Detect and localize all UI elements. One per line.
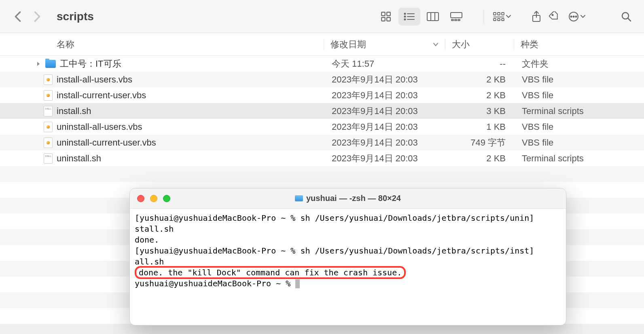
more-button[interactable]	[564, 8, 590, 25]
share-button[interactable]	[528, 8, 544, 25]
file-kind-cell: VBS file	[514, 90, 644, 101]
view-columns-button[interactable]	[422, 8, 444, 25]
file-size-cell: 2 KB	[445, 90, 514, 101]
file-name-label: install-all-users.vbs	[57, 74, 132, 85]
action-group	[528, 8, 590, 25]
header-kind[interactable]: 种类	[514, 38, 644, 51]
terminal-titlebar[interactable]: yushuai — -zsh — 80×24	[130, 188, 566, 209]
zoom-button[interactable]	[163, 195, 170, 202]
file-date-cell: 2023年9月14日 20:03	[324, 137, 445, 149]
view-icons-button[interactable]	[375, 8, 397, 25]
file-row[interactable]: uninstall.sh2023年9月14日 20:032 KBTerminal…	[0, 150, 644, 166]
header-date-label: 修改日期	[330, 38, 366, 51]
terminal-body[interactable]: [yushuai@yushuaideMacBook-Pro ~ % sh /Us…	[130, 209, 566, 293]
file-kind-cell: Terminal scripts	[514, 106, 644, 116]
minimize-button[interactable]	[150, 195, 157, 202]
svg-rect-19	[502, 13, 504, 15]
file-name-cell: install-all-users.vbs	[0, 74, 324, 85]
file-name-label: install.sh	[57, 106, 91, 116]
file-kind-cell: VBS file	[514, 74, 644, 85]
view-mode-group	[375, 8, 467, 25]
terminal-line: done.	[135, 235, 159, 245]
svg-line-31	[628, 18, 631, 21]
folder-icon	[45, 60, 56, 68]
header-size[interactable]: 大小	[445, 38, 514, 51]
shell-file-icon	[44, 106, 53, 116]
view-list-button[interactable]	[398, 8, 420, 25]
file-row[interactable]: 工中号：IT可乐今天 11:57--文件夹	[0, 56, 644, 72]
svg-rect-14	[451, 19, 453, 21]
file-size-cell: 2 KB	[445, 74, 514, 85]
file-date-cell: 2023年9月14日 20:03	[324, 121, 445, 133]
toolbar-divider	[483, 9, 484, 24]
svg-rect-1	[387, 12, 390, 16]
header-name[interactable]: 名称	[0, 38, 324, 51]
terminal-line: all.sh	[135, 257, 164, 266]
file-kind-cell: VBS file	[514, 122, 644, 132]
disclosure-triangle[interactable]	[36, 61, 41, 67]
search-button[interactable]	[618, 8, 634, 25]
file-name-cell: uninstall.sh	[0, 153, 324, 164]
terminal-highlighted-line: done. the "kill Dock" command can fix th…	[135, 266, 406, 279]
file-date-cell: 2023年9月14日 20:03	[324, 74, 445, 86]
svg-rect-22	[498, 19, 500, 21]
shell-file-icon	[44, 153, 53, 164]
file-kind-cell: 文件夹	[514, 58, 644, 70]
file-name-cell: uninstall-all-users.vbs	[0, 122, 324, 132]
svg-rect-15	[455, 19, 457, 21]
file-name-cell: install-current-user.vbs	[0, 90, 324, 101]
file-size-cell: 2 KB	[445, 153, 514, 164]
svg-rect-0	[381, 12, 385, 16]
file-size-cell: 3 KB	[445, 106, 514, 116]
folder-icon	[295, 195, 303, 201]
svg-point-29	[576, 16, 577, 17]
file-date-cell: 2023年9月14日 20:03	[324, 152, 445, 165]
close-button[interactable]	[137, 195, 144, 202]
terminal-cursor	[295, 279, 300, 288]
svg-point-4	[405, 13, 406, 14]
terminal-window: yushuai — -zsh — 80×24 [yushuai@yushuaid…	[129, 188, 566, 326]
file-row[interactable]: install-all-users.vbs2023年9月14日 20:032 K…	[0, 72, 644, 87]
file-size-cell: --	[445, 59, 514, 69]
svg-point-27	[571, 16, 572, 17]
svg-rect-13	[451, 13, 462, 18]
sort-indicator-icon	[433, 42, 439, 47]
file-size-cell: 749 字节	[445, 137, 514, 149]
svg-rect-18	[498, 13, 500, 15]
svg-rect-16	[458, 19, 460, 21]
svg-point-6	[405, 16, 406, 17]
file-size-cell: 1 KB	[445, 122, 514, 132]
back-button[interactable]	[10, 8, 26, 25]
vbs-file-icon	[44, 137, 53, 148]
terminal-line: stall.sh	[135, 224, 174, 234]
svg-rect-2	[381, 17, 385, 21]
file-name-label: uninstall-all-users.vbs	[57, 122, 142, 132]
view-gallery-button[interactable]	[445, 8, 467, 25]
terminal-title-text: yushuai — -zsh — 80×24	[306, 194, 401, 203]
terminal-line: [yushuai@yushuaideMacBook-Pro ~ % sh /Us…	[135, 213, 534, 223]
file-row[interactable]: install.sh2023年9月14日 20:033 KBTerminal s…	[0, 103, 644, 119]
svg-rect-10	[427, 13, 439, 21]
file-name-cell: 工中号：IT可乐	[0, 58, 324, 70]
terminal-title: yushuai — -zsh — 80×24	[130, 194, 566, 203]
file-kind-cell: Terminal scripts	[514, 153, 644, 164]
file-name-cell: uninstall-current-user.vbs	[0, 137, 324, 148]
tag-button[interactable]	[546, 8, 562, 25]
column-headers: 名称 修改日期 大小 种类	[0, 33, 644, 56]
forward-button[interactable]	[29, 8, 45, 25]
file-name-cell: install.sh	[0, 106, 324, 116]
svg-point-28	[573, 16, 574, 17]
finder-toolbar: scripts	[0, 0, 644, 33]
file-name-label: uninstall.sh	[57, 153, 101, 164]
file-name-label: uninstall-current-user.vbs	[57, 137, 156, 148]
header-date[interactable]: 修改日期	[324, 38, 445, 51]
vbs-file-icon	[44, 74, 53, 85]
file-row[interactable]: install-current-user.vbs2023年9月14日 20:03…	[0, 87, 644, 103]
file-name-label: 工中号：IT可乐	[60, 58, 121, 70]
svg-rect-23	[502, 19, 504, 21]
file-row[interactable]: uninstall-current-user.vbs2023年9月14日 20:…	[0, 135, 644, 150]
arrange-button[interactable]	[488, 8, 516, 25]
file-row[interactable]: uninstall-all-users.vbs2023年9月14日 20:031…	[0, 119, 644, 135]
traffic-lights	[137, 195, 170, 202]
svg-rect-21	[494, 19, 496, 21]
